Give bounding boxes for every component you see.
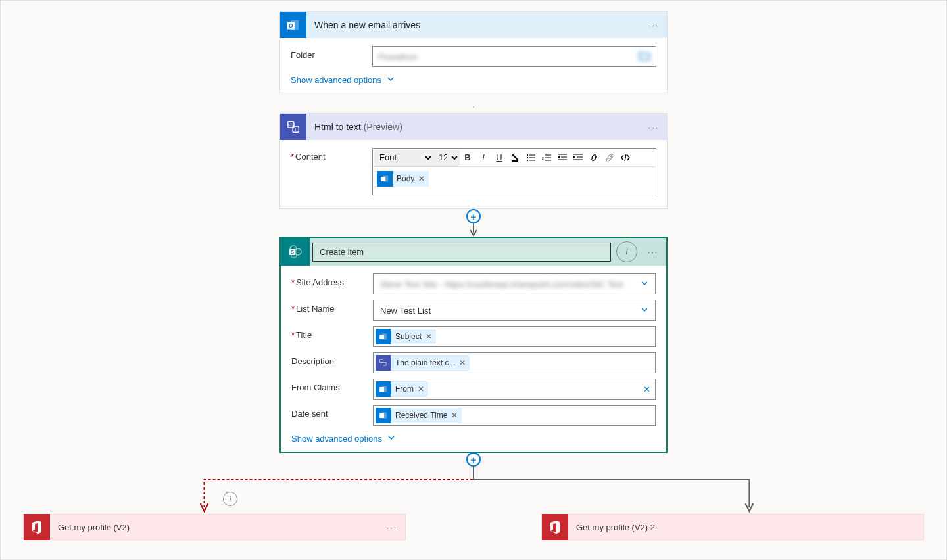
html-to-text-card: </>T Html to text (Preview) ··· Content …: [279, 113, 668, 209]
svg-rect-42: [379, 413, 384, 418]
folder-picker-icon[interactable]: [639, 51, 650, 62]
chevron-down-icon: [641, 305, 648, 315]
svg-rect-38: [383, 362, 386, 365]
outlook-icon: O: [280, 12, 306, 38]
received-time-token[interactable]: Received Time ✕: [376, 408, 462, 423]
token-remove-icon[interactable]: ✕: [418, 174, 425, 183]
underline-button[interactable]: U: [491, 150, 507, 166]
bold-button[interactable]: B: [460, 150, 475, 166]
branch-info-badge[interactable]: i: [223, 492, 237, 506]
svg-rect-28: [381, 177, 385, 181]
trigger-card: O When a new email arrives ··· Folder Fl…: [279, 11, 668, 93]
rich-text-editor[interactable]: Font 12 B I U 12: [372, 148, 656, 195]
ellipsis-icon: ···: [648, 122, 660, 132]
info-button[interactable]: i: [616, 241, 637, 262]
trigger-menu-button[interactable]: ···: [641, 12, 667, 38]
site-address-dropdown[interactable]: Steve Test Site - https://coolbread.shar…: [373, 273, 656, 294]
add-step-button[interactable]: +: [466, 209, 481, 223]
create-item-menu-button[interactable]: ···: [640, 239, 666, 265]
svg-point-9: [527, 154, 528, 155]
outlook-token-icon: [376, 408, 391, 423]
add-step-button[interactable]: +: [466, 452, 481, 467]
date-sent-field[interactable]: Received Time ✕: [373, 405, 656, 426]
outlook-token-icon: [377, 171, 393, 187]
trigger-title: When a new email arrives: [306, 20, 641, 30]
plaintext-token[interactable]: The plain text c... ✕: [376, 355, 470, 371]
folder-label: Folder: [291, 46, 372, 60]
svg-point-11: [527, 159, 528, 160]
trigger-advanced-toggle[interactable]: Show advanced options: [291, 72, 395, 85]
description-field[interactable]: The plain text c... ✕: [373, 352, 656, 373]
folder-input[interactable]: Flowathon: [372, 46, 656, 67]
subject-token[interactable]: Subject ✕: [376, 329, 436, 344]
title-field[interactable]: Subject ✕: [373, 326, 656, 347]
token-remove-icon[interactable]: ✕: [459, 358, 466, 367]
chevron-down-icon: [387, 75, 395, 85]
number-list-button[interactable]: 12: [539, 150, 554, 166]
trigger-header[interactable]: O When a new email arrives ···: [280, 12, 667, 38]
font-size-select[interactable]: 12: [433, 150, 460, 166]
outlook-token-icon: [376, 329, 391, 344]
from-claims-label: From Claims: [291, 379, 373, 392]
office-icon: [24, 514, 50, 540]
site-address-label: Site Address: [291, 273, 373, 287]
content-label: Content: [291, 148, 372, 162]
token-remove-icon[interactable]: ✕: [418, 385, 424, 394]
date-sent-label: Date sent: [291, 405, 373, 419]
office-icon: [542, 514, 568, 540]
from-token[interactable]: From ✕: [376, 381, 428, 397]
html-title: Html to text (Preview): [306, 122, 641, 132]
indent-button[interactable]: [570, 150, 586, 166]
list-name-label: List Name: [291, 300, 373, 314]
html-menu-button[interactable]: ···: [641, 114, 667, 140]
outlook-token-icon: [376, 381, 391, 397]
svg-text:S: S: [291, 250, 294, 254]
font-color-button[interactable]: [507, 150, 523, 166]
get-profile-left-card[interactable]: Get my profile (V2) ···: [23, 514, 406, 540]
rte-toolbar: Font 12 B I U 12: [373, 149, 656, 167]
html-token-icon: [376, 355, 391, 371]
list-name-dropdown[interactable]: New Test List: [373, 300, 656, 321]
ellipsis-icon: ···: [387, 523, 398, 532]
clear-field-button[interactable]: ✕: [643, 385, 653, 394]
bullet-list-button[interactable]: [523, 150, 539, 166]
chevron-down-icon: [387, 434, 395, 444]
font-family-select[interactable]: Font: [374, 150, 433, 166]
connector-arrow: [473, 93, 474, 113]
branch-left-title: Get my profile (V2): [50, 523, 379, 532]
svg-rect-36: [379, 335, 384, 339]
ellipsis-icon: ···: [648, 247, 659, 257]
get-profile-right-card[interactable]: Get my profile (V2) 2: [541, 514, 924, 540]
svg-text:T: T: [295, 127, 297, 131]
italic-button[interactable]: I: [475, 150, 491, 166]
connector-with-add: +: [466, 209, 481, 237]
chevron-down-icon: [641, 279, 648, 289]
svg-rect-8: [512, 160, 518, 162]
branch-container: i Get my profile (V2) ··· Get my profile…: [1, 467, 946, 559]
branch-left-menu[interactable]: ···: [379, 514, 405, 540]
token-remove-icon[interactable]: ✕: [425, 332, 432, 341]
title-label: Title: [291, 326, 373, 340]
svg-point-10: [527, 156, 528, 158]
svg-text:2: 2: [542, 156, 544, 160]
token-remove-icon[interactable]: ✕: [451, 411, 458, 420]
svg-rect-37: [380, 360, 383, 363]
svg-text:O: O: [289, 23, 293, 29]
outdent-button[interactable]: [554, 150, 570, 166]
description-label: Description: [291, 352, 373, 366]
html-header[interactable]: </>T Html to text (Preview) ···: [280, 114, 667, 140]
branch-right-title: Get my profile (V2) 2: [568, 523, 923, 532]
from-claims-field[interactable]: From ✕ ✕: [373, 379, 656, 400]
create-item-advanced-toggle[interactable]: Show advanced options: [291, 431, 395, 444]
code-view-button[interactable]: [618, 150, 633, 166]
link-button[interactable]: [586, 150, 602, 166]
sharepoint-icon: S: [281, 238, 310, 266]
create-item-header[interactable]: S Create item i ···: [281, 238, 666, 266]
svg-rect-40: [379, 387, 384, 392]
create-item-title-input[interactable]: Create item: [312, 243, 611, 262]
body-token[interactable]: Body ✕: [377, 171, 429, 187]
unlink-button[interactable]: [602, 150, 618, 166]
create-item-card: S Create item i ··· Site Address Steve T…: [279, 237, 668, 453]
html-to-text-icon: </>T: [280, 114, 306, 140]
rte-content[interactable]: Body ✕: [373, 167, 656, 195]
